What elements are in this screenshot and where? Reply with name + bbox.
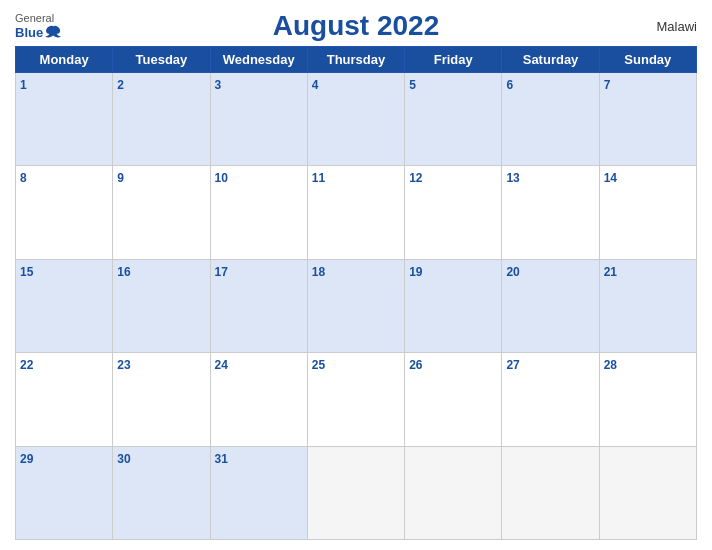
col-saturday: Saturday — [502, 47, 599, 73]
col-monday: Monday — [16, 47, 113, 73]
table-row: 4 — [307, 73, 404, 166]
table-row: 23 — [113, 353, 210, 446]
table-row: 30 — [113, 446, 210, 539]
day-number: 13 — [506, 171, 519, 185]
table-row: 10 — [210, 166, 307, 259]
table-row: 12 — [405, 166, 502, 259]
table-row: 1 — [16, 73, 113, 166]
col-friday: Friday — [405, 47, 502, 73]
col-wednesday: Wednesday — [210, 47, 307, 73]
table-row: 6 — [502, 73, 599, 166]
day-number: 18 — [312, 265, 325, 279]
day-number: 9 — [117, 171, 124, 185]
calendar-week-row: 293031 — [16, 446, 697, 539]
day-number: 28 — [604, 358, 617, 372]
weekday-header-row: Monday Tuesday Wednesday Thursday Friday… — [16, 47, 697, 73]
table-row: 2 — [113, 73, 210, 166]
day-number: 31 — [215, 452, 228, 466]
logo-bird-icon — [45, 24, 63, 40]
calendar-week-row: 891011121314 — [16, 166, 697, 259]
day-number: 16 — [117, 265, 130, 279]
table-row: 27 — [502, 353, 599, 446]
day-number: 11 — [312, 171, 325, 185]
day-number: 7 — [604, 78, 611, 92]
day-number: 20 — [506, 265, 519, 279]
col-thursday: Thursday — [307, 47, 404, 73]
col-tuesday: Tuesday — [113, 47, 210, 73]
table-row: 11 — [307, 166, 404, 259]
day-number: 30 — [117, 452, 130, 466]
day-number: 21 — [604, 265, 617, 279]
table-row — [599, 446, 696, 539]
calendar-title-area: August 2022 — [95, 10, 617, 42]
day-number: 12 — [409, 171, 422, 185]
day-number: 29 — [20, 452, 33, 466]
calendar-header: General Blue August 2022 Malawi — [15, 10, 697, 42]
day-number: 25 — [312, 358, 325, 372]
day-number: 23 — [117, 358, 130, 372]
day-number: 24 — [215, 358, 228, 372]
day-number: 3 — [215, 78, 222, 92]
country-label: Malawi — [617, 19, 697, 34]
logo-blue-text: Blue — [15, 25, 43, 40]
day-number: 15 — [20, 265, 33, 279]
day-number: 5 — [409, 78, 416, 92]
table-row: 25 — [307, 353, 404, 446]
day-number: 2 — [117, 78, 124, 92]
day-number: 1 — [20, 78, 27, 92]
table-row: 22 — [16, 353, 113, 446]
day-number: 4 — [312, 78, 319, 92]
table-row: 15 — [16, 259, 113, 352]
day-number: 26 — [409, 358, 422, 372]
table-row: 18 — [307, 259, 404, 352]
table-row: 31 — [210, 446, 307, 539]
calendar-title: August 2022 — [273, 10, 440, 41]
table-row — [405, 446, 502, 539]
table-row: 28 — [599, 353, 696, 446]
col-sunday: Sunday — [599, 47, 696, 73]
table-row: 17 — [210, 259, 307, 352]
table-row: 13 — [502, 166, 599, 259]
table-row — [502, 446, 599, 539]
table-row: 7 — [599, 73, 696, 166]
table-row: 19 — [405, 259, 502, 352]
table-row: 8 — [16, 166, 113, 259]
table-row: 16 — [113, 259, 210, 352]
day-number: 6 — [506, 78, 513, 92]
day-number: 10 — [215, 171, 228, 185]
calendar-week-row: 15161718192021 — [16, 259, 697, 352]
table-row: 29 — [16, 446, 113, 539]
calendar-table: Monday Tuesday Wednesday Thursday Friday… — [15, 46, 697, 540]
logo-general-text: General — [15, 12, 54, 24]
day-number: 22 — [20, 358, 33, 372]
table-row: 20 — [502, 259, 599, 352]
logo-area: General Blue — [15, 12, 95, 40]
calendar-week-row: 1234567 — [16, 73, 697, 166]
table-row: 14 — [599, 166, 696, 259]
table-row — [307, 446, 404, 539]
calendar-week-row: 22232425262728 — [16, 353, 697, 446]
table-row: 3 — [210, 73, 307, 166]
table-row: 24 — [210, 353, 307, 446]
day-number: 14 — [604, 171, 617, 185]
table-row: 21 — [599, 259, 696, 352]
day-number: 17 — [215, 265, 228, 279]
day-number: 27 — [506, 358, 519, 372]
table-row: 9 — [113, 166, 210, 259]
day-number: 8 — [20, 171, 27, 185]
table-row: 5 — [405, 73, 502, 166]
day-number: 19 — [409, 265, 422, 279]
table-row: 26 — [405, 353, 502, 446]
